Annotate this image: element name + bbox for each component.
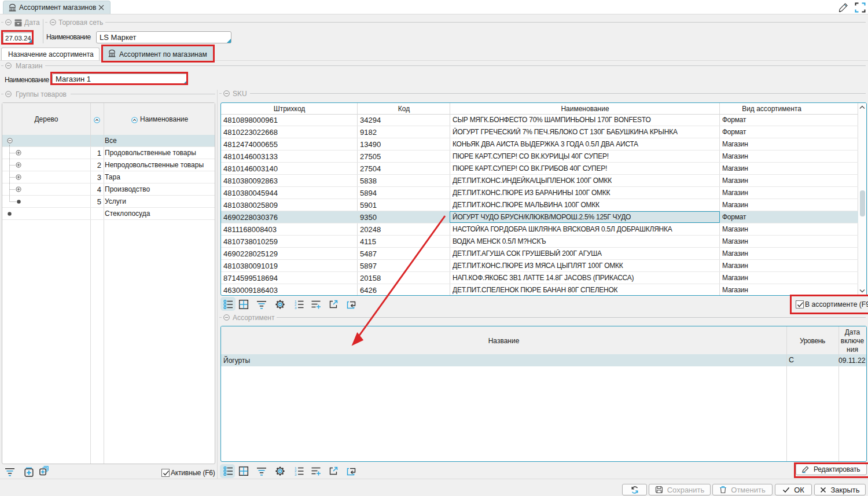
svg-text:3: 3: [295, 472, 297, 476]
svg-text:3: 3: [295, 306, 297, 310]
